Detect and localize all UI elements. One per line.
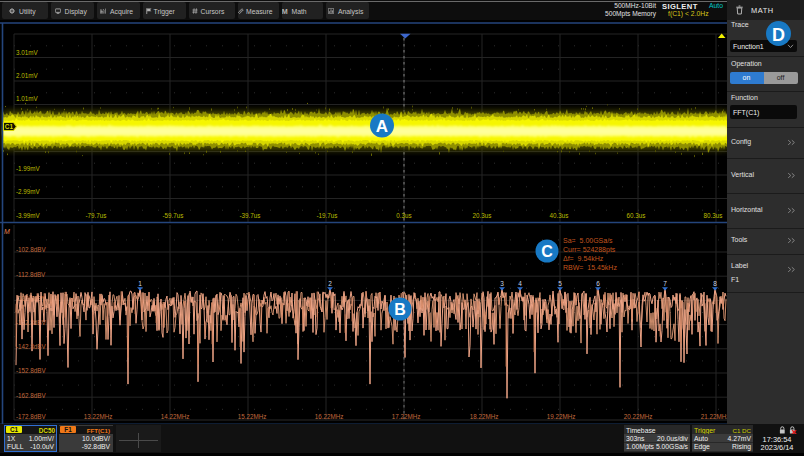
- svg-text:M: M: [4, 228, 10, 235]
- svg-text:3.01mV: 3.01mV: [16, 49, 39, 56]
- svg-text:0.3us: 0.3us: [396, 212, 411, 219]
- svg-text:6: 6: [596, 280, 600, 287]
- svg-text:-2.99mV: -2.99mV: [16, 188, 41, 195]
- svg-text:15.22MHz: 15.22MHz: [238, 413, 267, 420]
- svg-text:2: 2: [328, 280, 332, 287]
- svg-text:-172.8dBV: -172.8dBV: [16, 413, 47, 420]
- svg-text:-79.7us: -79.7us: [85, 212, 106, 219]
- svg-text:60.3us: 60.3us: [627, 212, 646, 219]
- svg-text:-102.8dBV: -102.8dBV: [16, 246, 47, 253]
- svg-text:17.22MHz: 17.22MHz: [392, 413, 421, 420]
- svg-text:20.3us: 20.3us: [473, 212, 492, 219]
- svg-text:A: A: [376, 117, 388, 136]
- svg-text:M: M: [282, 8, 288, 14]
- svg-text:-142.8dBV: -142.8dBV: [16, 343, 47, 350]
- svg-text:-1.99mV: -1.99mV: [16, 165, 41, 172]
- svg-text:40.3us: 40.3us: [550, 212, 569, 219]
- svg-text:-152.8dBV: -152.8dBV: [16, 367, 47, 374]
- svg-text:B: B: [394, 301, 406, 318]
- svg-text:4: 4: [518, 280, 522, 287]
- svg-text:21.22MHz: 21.22MHz: [701, 413, 730, 420]
- svg-text:8: 8: [713, 280, 717, 287]
- svg-text:16.22MHz: 16.22MHz: [315, 413, 344, 420]
- svg-text:-59.7us: -59.7us: [162, 212, 183, 219]
- svg-text:19.22MHz: 19.22MHz: [547, 413, 576, 420]
- svg-text:2.01mV: 2.01mV: [16, 72, 39, 79]
- svg-text:-162.8dBV: -162.8dBV: [16, 392, 47, 399]
- svg-text:1.01mV: 1.01mV: [16, 95, 39, 102]
- svg-text:Δf= 9.54kHz: Δf= 9.54kHz: [563, 255, 604, 262]
- svg-text:RBW= 15.45kHz: RBW= 15.45kHz: [563, 264, 617, 271]
- svg-text:-3.99mV: -3.99mV: [16, 212, 41, 219]
- svg-text:Sa= 5.00GSa/s: Sa= 5.00GSa/s: [563, 237, 613, 244]
- svg-text:14.22MHz: 14.22MHz: [161, 413, 190, 420]
- svg-text:1: 1: [138, 280, 142, 287]
- svg-text:-112.8dBV: -112.8dBV: [16, 271, 46, 278]
- svg-text:C: C: [541, 243, 553, 260]
- svg-text:5: 5: [558, 280, 562, 287]
- svg-text:-39.7us: -39.7us: [239, 212, 260, 219]
- svg-text:Curr= 524288pts: Curr= 524288pts: [563, 246, 616, 254]
- svg-text:C1: C1: [5, 123, 14, 130]
- svg-text:80.3us: 80.3us: [704, 212, 723, 219]
- svg-text:18.22MHz: 18.22MHz: [470, 413, 499, 420]
- svg-text:13.22MHz: 13.22MHz: [84, 413, 113, 420]
- svg-text:20.22MHz: 20.22MHz: [624, 413, 653, 420]
- svg-text:-19.7us: -19.7us: [316, 212, 337, 219]
- svg-text:3: 3: [500, 280, 504, 287]
- svg-text:7: 7: [663, 280, 667, 287]
